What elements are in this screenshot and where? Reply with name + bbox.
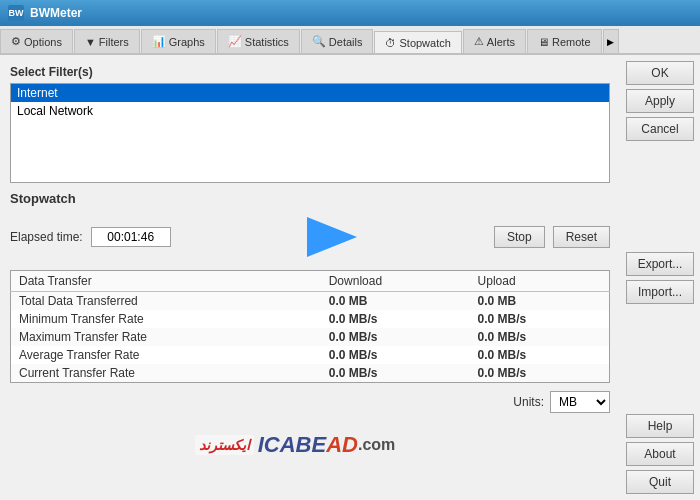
play-arrow-icon [302,212,362,262]
filter-item-internet[interactable]: Internet [11,84,609,102]
elapsed-label: Elapsed time: [10,230,83,244]
row-download: 0.0 MB [321,292,470,311]
filter-item-local-network[interactable]: Local Network [11,102,609,120]
main-window: BW BWMeter ⚙ Options ▼ Filters 📊 Graphs … [0,0,700,500]
apply-button[interactable]: Apply [626,89,694,113]
elapsed-value: 00:01:46 [91,227,171,247]
units-select[interactable]: MB KB GB [550,391,610,413]
row-download: 0.0 MB/s [321,346,470,364]
row-label: Average Transfer Rate [11,346,321,364]
tab-details[interactable]: 🔍 Details [301,29,374,53]
row-upload: 0.0 MB/s [470,310,610,328]
tab-filters[interactable]: ▼ Filters [74,29,140,53]
row-label: Total Data Transferred [11,292,321,311]
row-label: Minimum Transfer Rate [11,310,321,328]
table-row: Total Data Transferred 0.0 MB 0.0 MB [11,292,610,311]
reset-button[interactable]: Reset [553,226,610,248]
row-download: 0.0 MB/s [321,328,470,346]
import-button[interactable]: Import... [626,280,694,304]
table-row: Current Transfer Rate 0.0 MB/s 0.0 MB/s [11,364,610,383]
col-header-upload: Upload [470,271,610,292]
about-button[interactable]: About [626,442,694,466]
right-panel: OK Apply Cancel Export... Import... Help… [620,55,700,500]
row-upload: 0.0 MB/s [470,328,610,346]
table-row: Minimum Transfer Rate 0.0 MB/s 0.0 MB/s [11,310,610,328]
left-panel: Select Filter(s) Internet Local Network … [0,55,620,500]
tab-scroll-right[interactable]: ▶ [603,29,619,53]
stop-button[interactable]: Stop [494,226,545,248]
table-row: Maximum Transfer Rate 0.0 MB/s 0.0 MB/s [11,328,610,346]
table-row: Average Transfer Rate 0.0 MB/s 0.0 MB/s [11,346,610,364]
tab-remote[interactable]: 🖥 Remote [527,29,602,53]
col-header-label: Data Transfer [11,271,321,292]
watermark: ایکسترند ICABE AD .com [170,420,420,470]
alerts-icon: ⚠ [474,35,484,48]
row-upload: 0.0 MB/s [470,346,610,364]
options-icon: ⚙ [11,35,21,48]
elapsed-row: Elapsed time: 00:01:46 Stop Reset [10,212,610,262]
data-table: Data Transfer Download Upload Total Data… [10,270,610,383]
cancel-button[interactable]: Cancel [626,117,694,141]
tab-bar: ⚙ Options ▼ Filters 📊 Graphs 📈 Statistic… [0,26,700,55]
ok-button[interactable]: OK [626,61,694,85]
main-content: Select Filter(s) Internet Local Network … [0,55,700,500]
tab-stopwatch[interactable]: ⏱ Stopwatch [374,31,461,55]
export-button[interactable]: Export... [626,252,694,276]
title-bar: BW BWMeter [0,0,700,26]
tab-statistics[interactable]: 📈 Statistics [217,29,300,53]
tab-graphs[interactable]: 📊 Graphs [141,29,216,53]
filter-box: Internet Local Network [10,83,610,183]
row-download: 0.0 MB/s [321,364,470,383]
select-filters-label: Select Filter(s) [10,65,610,79]
graphs-icon: 📊 [152,35,166,48]
row-label: Maximum Transfer Rate [11,328,321,346]
tab-alerts[interactable]: ⚠ Alerts [463,29,526,53]
details-icon: 🔍 [312,35,326,48]
units-label: Units: [513,395,544,409]
units-row: Units: MB KB GB [10,391,610,413]
stopwatch-section-title: Stopwatch [10,191,610,206]
app-icon: BW [8,5,24,21]
help-button[interactable]: Help [626,414,694,438]
svg-marker-0 [307,217,357,257]
quit-button[interactable]: Quit [626,470,694,494]
filters-icon: ▼ [85,36,96,48]
stopwatch-icon: ⏱ [385,37,396,49]
title-bar-text: BWMeter [30,6,82,20]
statistics-icon: 📈 [228,35,242,48]
tab-options[interactable]: ⚙ Options [0,29,73,53]
row-upload: 0.0 MB [470,292,610,311]
row-label: Current Transfer Rate [11,364,321,383]
row-download: 0.0 MB/s [321,310,470,328]
col-header-download: Download [321,271,470,292]
stopwatch-section: Stopwatch Elapsed time: 00:01:46 Stop Re… [10,191,610,413]
remote-icon: 🖥 [538,36,549,48]
row-upload: 0.0 MB/s [470,364,610,383]
